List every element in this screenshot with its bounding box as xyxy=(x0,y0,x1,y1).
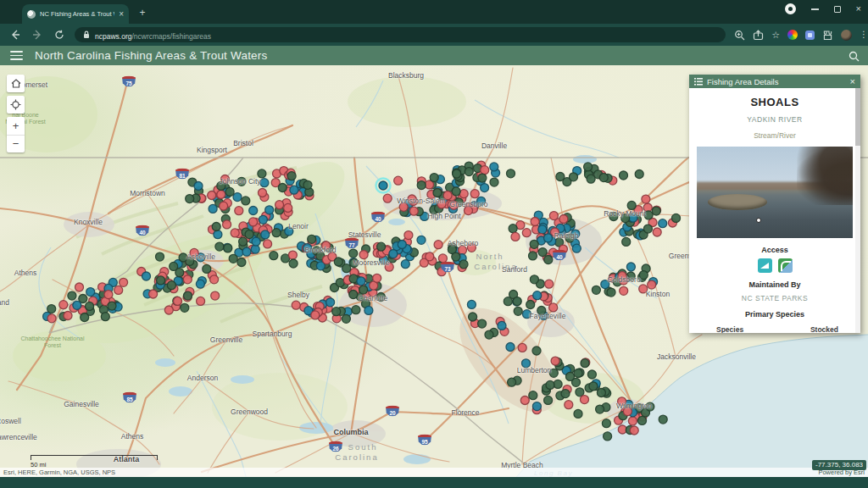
fishing-area-dot[interactable] xyxy=(399,202,408,211)
fishing-area-dot[interactable] xyxy=(342,314,350,323)
fishing-area-dot[interactable] xyxy=(507,169,515,178)
fishing-area-dot[interactable] xyxy=(459,246,467,254)
fishing-area-dot[interactable] xyxy=(259,215,267,224)
fishing-area-dot[interactable] xyxy=(179,253,187,262)
fishing-area-dot[interactable] xyxy=(417,236,426,244)
fishing-area-dot[interactable] xyxy=(350,259,359,268)
fishing-area-dot[interactable] xyxy=(481,166,489,175)
fishing-area-dot[interactable] xyxy=(532,402,541,411)
fishing-area-dot[interactable] xyxy=(242,247,251,256)
fishing-area-dot[interactable] xyxy=(443,191,452,200)
fishing-area-dot[interactable] xyxy=(401,260,409,269)
fishing-area-dot[interactable] xyxy=(629,214,637,222)
fishing-area-dot[interactable] xyxy=(544,396,553,404)
fishing-area-dot[interactable] xyxy=(620,286,628,295)
fishing-area-dot[interactable] xyxy=(626,263,635,271)
fishing-area-dot[interactable] xyxy=(467,300,476,308)
fishing-area-dot[interactable] xyxy=(186,195,194,203)
fishing-area-dot[interactable] xyxy=(601,280,609,289)
fishing-area-dot[interactable] xyxy=(566,372,575,380)
fishing-area-dot[interactable] xyxy=(260,179,269,187)
fishing-area-dot[interactable] xyxy=(47,305,56,313)
fishing-area-dot[interactable] xyxy=(437,268,446,276)
fishing-area-dot[interactable] xyxy=(231,229,239,237)
fishing-area-dot[interactable] xyxy=(506,343,515,352)
fishing-area-dot[interactable] xyxy=(520,396,529,405)
fishing-area-dot[interactable] xyxy=(549,303,558,312)
fishing-area-dot[interactable] xyxy=(659,219,667,228)
window-minimize-button[interactable] xyxy=(811,8,819,10)
fishing-area-dot[interactable] xyxy=(417,181,426,190)
fishing-area-dot[interactable] xyxy=(643,225,652,233)
fishing-area-dot[interactable] xyxy=(504,297,512,306)
fishing-area-dot[interactable] xyxy=(565,401,573,409)
fishing-area-dot[interactable] xyxy=(635,170,643,179)
fishing-area-dot[interactable] xyxy=(559,215,568,224)
browser-menu-icon[interactable]: ⋮ xyxy=(860,30,868,39)
fishing-area-dot[interactable] xyxy=(449,201,458,209)
panel-close-icon[interactable]: × xyxy=(850,77,855,86)
fishing-area-dot[interactable] xyxy=(511,232,520,241)
fishing-area-dot[interactable] xyxy=(220,202,228,210)
fishing-area-dot[interactable] xyxy=(342,264,351,273)
fishing-area-dot[interactable] xyxy=(81,313,89,322)
fishing-area-dot[interactable] xyxy=(531,218,539,226)
fishing-area-dot[interactable] xyxy=(242,197,250,205)
reload-button[interactable] xyxy=(53,28,66,42)
fishing-area-dot[interactable] xyxy=(212,223,220,231)
fishing-area-dot[interactable] xyxy=(233,193,242,202)
fishing-area-dot[interactable] xyxy=(438,254,447,263)
fishing-area-dot[interactable] xyxy=(459,260,468,269)
fishing-area-dot[interactable] xyxy=(453,169,461,178)
fishing-area-dot[interactable] xyxy=(183,275,192,284)
fishing-area-dot[interactable] xyxy=(544,256,553,264)
panel-scrollbar-thumb[interactable] xyxy=(855,88,860,146)
fishing-area-dot[interactable] xyxy=(64,312,72,320)
fishing-area-dot[interactable] xyxy=(290,186,298,194)
fishing-area-dot[interactable] xyxy=(108,302,116,310)
fishing-area-dot[interactable] xyxy=(237,258,246,267)
fishing-area-dot[interactable] xyxy=(639,285,648,293)
fishing-area-dot[interactable] xyxy=(434,241,442,249)
fishing-area-dot[interactable] xyxy=(607,288,615,297)
selected-fishing-area-dot[interactable] xyxy=(379,181,387,190)
fishing-area-dot[interactable] xyxy=(574,409,582,418)
fishing-area-dot[interactable] xyxy=(433,189,442,197)
fishing-area-dot[interactable] xyxy=(452,187,460,196)
fishing-area-dot[interactable] xyxy=(174,297,182,305)
fishing-area-dot[interactable] xyxy=(408,195,416,203)
home-extent-button[interactable] xyxy=(7,75,25,92)
fishing-area-dot[interactable] xyxy=(618,272,626,280)
fishing-area-dot[interactable] xyxy=(513,297,521,306)
fishing-area-dot[interactable] xyxy=(623,408,632,416)
zoom-in-button[interactable]: + xyxy=(7,117,25,136)
fishing-area-dot[interactable] xyxy=(373,274,381,282)
fishing-area-dot[interactable] xyxy=(272,229,281,237)
fishing-area-dot[interactable] xyxy=(75,283,84,291)
fishing-area-dot[interactable] xyxy=(352,306,360,314)
fishing-area-dot[interactable] xyxy=(275,201,284,209)
fishing-area-dot[interactable] xyxy=(404,231,413,240)
fishing-area-dot[interactable] xyxy=(167,281,175,290)
fishing-area-dot[interactable] xyxy=(215,242,224,251)
fishing-area-dot[interactable] xyxy=(644,211,653,219)
fishing-area-dot[interactable] xyxy=(359,251,368,259)
locate-me-button[interactable] xyxy=(7,96,25,114)
fishing-area-dot[interactable] xyxy=(465,207,473,215)
fishing-area-dot[interactable] xyxy=(554,380,562,388)
fishing-area-dot[interactable] xyxy=(197,297,205,305)
fishing-area-dot[interactable] xyxy=(289,259,298,268)
fishing-area-dot[interactable] xyxy=(270,252,278,260)
fishing-area-dot[interactable] xyxy=(224,244,232,252)
fishing-area-dot[interactable] xyxy=(285,227,293,236)
fishing-area-dot[interactable] xyxy=(217,181,225,190)
fishing-area-dot[interactable] xyxy=(334,258,342,266)
fishing-area-photo[interactable] xyxy=(697,147,853,238)
browser-tab[interactable]: NC Fishing Areas & Trout Waters × xyxy=(22,4,129,24)
fishing-area-dot[interactable] xyxy=(359,286,368,294)
fishing-area-dot[interactable] xyxy=(646,402,654,411)
fishing-area-dot[interactable] xyxy=(549,212,558,220)
fishing-area-dot[interactable] xyxy=(73,301,81,309)
fishing-area-dot[interactable] xyxy=(551,357,559,365)
fishing-area-dot[interactable] xyxy=(430,174,438,182)
